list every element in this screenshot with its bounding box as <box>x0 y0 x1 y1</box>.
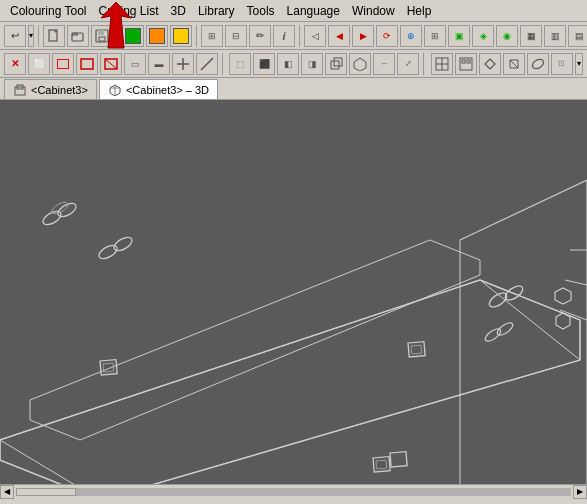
svg-marker-63 <box>556 313 570 329</box>
toolbar-2: ✕ ⬜ ▭ ▬ ⬚ ⬛ ◧ ◨ ↔ ⤢ ⊡ ▾ <box>0 50 587 78</box>
shape-btn-9[interactable] <box>196 53 218 75</box>
nav-btn-4[interactable]: ⟳ <box>376 25 398 47</box>
scroll-right-button[interactable]: ▶ <box>573 485 587 499</box>
toolbar-btn-d[interactable]: ◉ <box>496 25 518 47</box>
svg-line-38 <box>480 280 580 360</box>
icon-btn-2[interactable]: ⊟ <box>225 25 247 47</box>
3d-btn-7[interactable]: ↔ <box>373 53 395 75</box>
toolbar-1: ↩ ▾ ⊞ ⊟ ✏ i ◁ ◀ ▶ ⟳ ⊕ ⊞ ▣ ◈ ◉ ▦ ▥ ▤ ▩ ◯ … <box>0 22 587 50</box>
open-button[interactable] <box>67 25 89 47</box>
svg-marker-30 <box>0 280 580 484</box>
svg-line-8 <box>105 59 117 69</box>
3d-btn-5[interactable] <box>325 53 347 75</box>
svg-point-45 <box>50 200 70 216</box>
shape-btn-6[interactable]: ▭ <box>124 53 146 75</box>
scroll-thumb[interactable] <box>16 488 76 496</box>
shape-btn-3[interactable] <box>52 53 74 75</box>
menu-language[interactable]: Language <box>281 2 346 20</box>
menu-colouring-tool[interactable]: Colouring Tool <box>4 2 93 20</box>
color-green-button[interactable] <box>122 25 144 47</box>
undo-button[interactable]: ↩ <box>4 25 26 47</box>
horizontal-scrollbar: ◀ ▶ <box>0 484 587 498</box>
nav-btn-2[interactable]: ◀ <box>328 25 350 47</box>
save-button[interactable] <box>91 25 113 47</box>
shape-btn-2[interactable]: ⬜ <box>28 53 50 75</box>
menu-help[interactable]: Help <box>401 2 438 20</box>
view-btn-5[interactable] <box>527 53 549 75</box>
svg-rect-6 <box>81 59 93 69</box>
icon-btn-1[interactable]: ⊞ <box>201 25 223 47</box>
svg-rect-57 <box>376 460 387 469</box>
color-yellow-button[interactable] <box>170 25 192 47</box>
undo-dropdown-arrow[interactable]: ▾ <box>28 25 34 47</box>
svg-rect-55 <box>411 345 422 354</box>
info-button[interactable]: i <box>273 25 295 47</box>
toolbar-btn-b[interactable]: ▣ <box>448 25 470 47</box>
svg-marker-14 <box>354 58 366 71</box>
svg-line-35 <box>0 460 100 484</box>
separator <box>423 53 426 75</box>
svg-rect-19 <box>462 60 465 63</box>
toolbar-btn-f[interactable]: ▥ <box>544 25 566 47</box>
3d-btn-8[interactable]: ⤢ <box>397 53 419 75</box>
svg-line-37 <box>0 440 100 484</box>
shape-btn-5[interactable] <box>100 53 122 75</box>
color-orange-button[interactable] <box>146 25 168 47</box>
svg-rect-56 <box>373 457 390 472</box>
3d-btn-2[interactable]: ⬛ <box>253 53 275 75</box>
separator <box>299 25 300 47</box>
menu-library[interactable]: Library <box>192 2 241 20</box>
3d-btn-6[interactable] <box>349 53 371 75</box>
3d-btn-3[interactable]: ◧ <box>277 53 299 75</box>
shape-btn-1[interactable]: ✕ <box>4 53 26 75</box>
3d-btn-4[interactable]: ◨ <box>301 53 323 75</box>
svg-point-46 <box>97 243 119 262</box>
viewport[interactable] <box>0 100 587 484</box>
cabinet3-3d-tab-label: <Cabinet3> – 3D <box>126 84 209 96</box>
svg-rect-58 <box>390 452 407 467</box>
menu-3d[interactable]: 3D <box>165 2 192 20</box>
nav-btn-3[interactable]: ▶ <box>352 25 374 47</box>
separator <box>38 25 39 47</box>
view-btn-6[interactable]: ⊡ <box>551 53 573 75</box>
svg-marker-39 <box>30 240 480 440</box>
svg-rect-13 <box>334 58 342 66</box>
svg-line-40 <box>460 180 587 240</box>
cabinet3-tab[interactable]: <Cabinet3> <box>4 79 97 99</box>
nav-btn-1[interactable]: ◁ <box>304 25 326 47</box>
svg-point-48 <box>487 290 509 310</box>
nav-btn-5[interactable]: ⊕ <box>400 25 422 47</box>
tab-bar: <Cabinet3> <Cabinet3> – 3D <box>0 78 587 100</box>
toolbar-btn-a[interactable]: ⊞ <box>424 25 446 47</box>
svg-line-61 <box>560 310 587 320</box>
menu-cutting-list[interactable]: Cutting List <box>93 2 165 20</box>
menu-window[interactable]: Window <box>346 2 401 20</box>
cabinet3-3d-tab[interactable]: <Cabinet3> – 3D <box>99 79 218 99</box>
toolbar-btn-c[interactable]: ◈ <box>472 25 494 47</box>
new-button[interactable] <box>43 25 65 47</box>
separator <box>117 25 118 47</box>
cabinet-icon <box>13 83 27 97</box>
view-btn-1[interactable] <box>431 53 453 75</box>
toolbar-btn-e[interactable]: ▦ <box>520 25 542 47</box>
svg-rect-54 <box>408 342 425 357</box>
shape-btn-4[interactable] <box>76 53 98 75</box>
view-btn-4[interactable] <box>503 53 525 75</box>
scroll-left-button[interactable]: ◀ <box>0 485 14 499</box>
view-btn-3[interactable] <box>479 53 501 75</box>
toolbar2-dropdown-arrow[interactable]: ▾ <box>575 53 583 75</box>
svg-line-23 <box>510 60 518 68</box>
svg-line-11 <box>201 58 213 70</box>
svg-line-60 <box>565 280 587 285</box>
svg-marker-21 <box>485 59 495 69</box>
toolbar-btn-g[interactable]: ▤ <box>568 25 587 47</box>
separator <box>196 25 197 47</box>
pencil-button[interactable]: ✏ <box>249 25 271 47</box>
3d-btn-1[interactable]: ⬚ <box>229 53 251 75</box>
scroll-track[interactable] <box>16 488 571 496</box>
menu-tools[interactable]: Tools <box>241 2 281 20</box>
wireframe-svg <box>0 100 587 484</box>
shape-btn-7[interactable]: ▬ <box>148 53 170 75</box>
view-btn-2[interactable] <box>455 53 477 75</box>
shape-btn-8[interactable] <box>172 53 194 75</box>
